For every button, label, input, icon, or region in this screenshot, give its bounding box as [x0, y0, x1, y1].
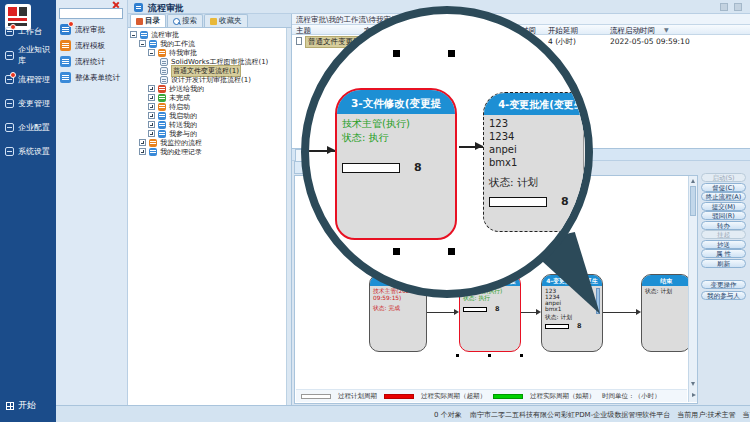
- button-urge[interactable]: 督促(C): [701, 183, 746, 192]
- node-title: 4-变更批准(变更生: [484, 93, 593, 115]
- expand-icon[interactable]: [139, 139, 146, 146]
- flow-node-end[interactable]: 结束 状态: 计划: [641, 274, 691, 352]
- arrow-head-icon: [475, 142, 483, 150]
- selection-handle[interactable]: [456, 354, 459, 357]
- module-item-process-approval[interactable]: 流程审批: [60, 24, 105, 35]
- tab-search[interactable]: 搜索: [167, 14, 203, 27]
- scroll-right-icon[interactable]: [692, 393, 696, 397]
- tree-item-design-plan-flow[interactable]: 设计开发计划审批流程(1): [128, 75, 286, 84]
- selection-handle[interactable]: [393, 50, 400, 57]
- sort-descending-icon[interactable]: ▼: [664, 26, 669, 33]
- arrow-connector: [521, 312, 536, 313]
- tree-item-cc-to-me[interactable]: 抄送给我的: [128, 84, 286, 93]
- button-my-participants[interactable]: 我的参与人: [701, 291, 746, 300]
- expand-icon[interactable]: [148, 121, 155, 128]
- module-item-label: 整体表单统计: [75, 73, 120, 83]
- tree-item-monitored-flows[interactable]: 我监控的流程: [128, 138, 286, 147]
- scroll-up-icon[interactable]: [691, 179, 695, 183]
- selection-handle[interactable]: [488, 354, 491, 357]
- tree-item-started-by-me[interactable]: 我启动的: [128, 111, 286, 120]
- scroll-down-icon[interactable]: [691, 382, 695, 386]
- sidebar-item-workbench[interactable]: 工作台: [0, 22, 56, 40]
- notification-badge: [68, 21, 74, 27]
- expand-icon[interactable]: [139, 148, 146, 155]
- button-refresh[interactable]: 刷新: [701, 259, 746, 268]
- module-item-process-template[interactable]: 流程模板: [60, 40, 105, 51]
- collapse-icon[interactable]: [139, 40, 146, 47]
- node-list-item: 123: [489, 117, 581, 130]
- node-status: 状态: 完成: [373, 305, 423, 312]
- node-status: 状态: 计划: [489, 175, 593, 189]
- canvas-horizontal-scroll-corner[interactable]: [688, 389, 697, 402]
- button-transfer[interactable]: 转办: [701, 221, 746, 230]
- node-status: 状态: 计划: [645, 288, 687, 295]
- selection-handle[interactable]: [448, 248, 455, 255]
- red-cross-icon: [112, 1, 119, 8]
- tree-item-unfinished[interactable]: 未完成: [128, 93, 286, 102]
- tree-item-my-records[interactable]: 我的处理记录: [128, 147, 286, 156]
- tree-item-my-workflows[interactable]: 我的工作流: [128, 39, 286, 48]
- magnifier-circle: 3-文件修改(变更提 技术主管(执行) 状态: 执行 8 4-变更批准(变更生 …: [301, 6, 593, 298]
- expand-icon[interactable]: [148, 112, 155, 119]
- tree-node-icon: [158, 85, 166, 93]
- tab-directory[interactable]: 目录: [130, 14, 166, 27]
- panel-splitter[interactable]: [286, 28, 291, 405]
- start-button[interactable]: 开始: [6, 399, 36, 412]
- tab-label: 搜索: [182, 16, 197, 26]
- legend-label: 过程实际周期（超期）: [421, 392, 486, 401]
- tree-item-to-start[interactable]: 待启动: [128, 102, 286, 111]
- scrollbar-thumb[interactable]: [690, 186, 696, 216]
- document-icon: [296, 37, 302, 45]
- row-delay: 4 (小时): [548, 37, 576, 47]
- selection-handle[interactable]: [448, 50, 455, 57]
- sidebar-item-process-management[interactable]: 流程管理: [0, 70, 56, 88]
- expand-icon[interactable]: [148, 130, 155, 137]
- module-item-process-statistics[interactable]: 流程统计: [60, 56, 105, 67]
- sidebar-item-enterprise-config[interactable]: 企业配置: [0, 118, 56, 136]
- module-item-label: 流程审批: [75, 25, 105, 35]
- window-control-icon[interactable]: [734, 3, 742, 11]
- module-search-input[interactable]: [59, 8, 123, 19]
- legend-label: 过程实际周期（如期）: [530, 392, 595, 401]
- collapse-icon[interactable]: [148, 49, 155, 56]
- process-tree-panel: 目录 搜索 收藏夹 流程审批 我的工作流 待我审批 SolidWorks工程图审…: [128, 14, 292, 405]
- scroll-up-icon[interactable]: [586, 121, 590, 125]
- tree-item-root[interactable]: 流程审批: [128, 30, 286, 39]
- module-item-form-statistics[interactable]: 整体表单统计: [60, 72, 120, 83]
- button-submit[interactable]: 提交(M): [701, 202, 746, 211]
- expand-icon[interactable]: [148, 103, 155, 110]
- selection-handle[interactable]: [393, 248, 400, 255]
- collapse-icon[interactable]: [130, 31, 137, 38]
- magnifier-node-file-modify[interactable]: 3-文件修改(变更提 技术主管(执行) 状态: 执行 8: [335, 88, 457, 240]
- sidebar-item-change-management[interactable]: 变更管理: [0, 94, 56, 112]
- sidebar-item-label: 工作台: [18, 26, 42, 37]
- legend-ontime-swatch: [493, 394, 523, 399]
- node-title: 3-文件修改(变更提: [337, 90, 455, 114]
- flow-legend: 过程计划周期 过程实际周期（超期） 过程实际周期（如期） 时间单位：（小时）: [296, 389, 687, 402]
- window-control-icon[interactable]: [720, 3, 728, 11]
- magnifier-node-change-approve[interactable]: 4-变更批准(变更生 123 1234 anpei bmx1 状态: 计划 8: [483, 92, 593, 232]
- selection-handle[interactable]: [520, 354, 523, 357]
- button-properties[interactable]: 属 性: [701, 249, 746, 258]
- scrollbar-thumb[interactable]: [585, 129, 591, 147]
- object-count: 0 个对象: [434, 410, 462, 420]
- search-icon: [173, 18, 180, 25]
- tree-item-forwarded-to-me[interactable]: 转送我的: [128, 120, 286, 129]
- directory-icon: [136, 18, 143, 25]
- expand-icon[interactable]: [148, 85, 155, 92]
- tab-favorites[interactable]: 收藏夹: [204, 14, 248, 27]
- expand-icon[interactable]: [148, 94, 155, 101]
- sidebar-item-knowledge-base[interactable]: 企业知识库: [0, 46, 56, 64]
- arrow-connector: [603, 312, 636, 313]
- button-reject[interactable]: 驳回(R): [701, 211, 746, 220]
- canvas-vertical-scrollbar[interactable]: [688, 176, 697, 389]
- sidebar-item-system-settings[interactable]: 系统设置: [0, 142, 56, 160]
- selection-handle[interactable]: [339, 50, 346, 57]
- scroll-down-icon[interactable]: [586, 165, 590, 169]
- main-sidebar: 工作台 企业知识库 流程管理 变更管理 企业配置 系统设置 开始: [0, 0, 56, 422]
- button-cc[interactable]: 抄送: [701, 240, 746, 249]
- button-change-operation[interactable]: 变更操作: [701, 280, 746, 289]
- button-terminate-flow[interactable]: 终止流程(A): [701, 192, 746, 201]
- tree-node-icon: [149, 40, 157, 48]
- tree-item-participated[interactable]: 我参与的: [128, 129, 286, 138]
